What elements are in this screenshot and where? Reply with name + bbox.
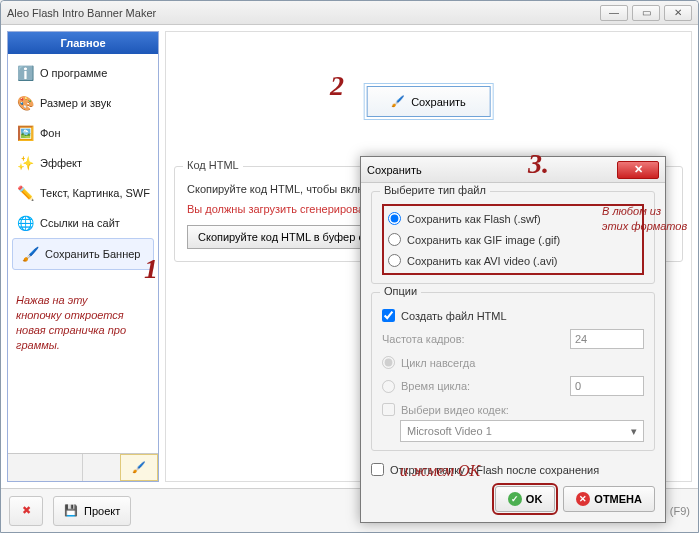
- loop-time-row: Время цикла: ▲▼: [382, 373, 644, 399]
- footer-cell[interactable]: [82, 454, 120, 481]
- close-button[interactable]: ✕: [664, 5, 692, 21]
- save-button-label: Сохранить: [411, 96, 466, 108]
- sidebar-item-links[interactable]: 🌐Ссылки на сайт: [8, 208, 158, 238]
- dialog-titlebar: Сохранить ✕: [361, 157, 665, 183]
- dialog-close-button[interactable]: ✕: [617, 161, 659, 179]
- copy-html-button[interactable]: Скопируйте код HTML в буфер обм: [187, 225, 389, 249]
- minimize-button[interactable]: —: [600, 5, 628, 21]
- sidebar-item-label: Текст, Картинка, SWF: [40, 187, 150, 199]
- sidebar-item-about[interactable]: ℹ️О программе: [8, 58, 158, 88]
- fps-input[interactable]: [571, 330, 699, 348]
- radio-gif[interactable]: Сохранить как GIF image (.gif): [388, 229, 638, 250]
- dialog-title: Сохранить: [367, 164, 422, 176]
- info-icon: ℹ️: [16, 64, 34, 82]
- sidebar-item-label: Фон: [40, 127, 61, 139]
- save-dialog: Сохранить ✕ Выберите тип файл Сохранить …: [360, 156, 666, 523]
- file-type-group: Выберите тип файл Сохранить как Flash (.…: [371, 191, 655, 284]
- brush-icon: 🖌️: [391, 95, 405, 108]
- palette-icon: 🎨: [16, 94, 34, 112]
- titlebar: Aleo Flash Intro Banner Maker — ▭ ✕: [1, 1, 698, 25]
- window-title: Aleo Flash Intro Banner Maker: [7, 7, 156, 19]
- sidebar: Главное ℹ️О программе 🎨Размер и звук 🖼️Ф…: [7, 31, 159, 482]
- chevron-down-icon: ▾: [631, 425, 637, 438]
- options-title: Опции: [380, 285, 421, 297]
- group-title: Код HTML: [183, 159, 243, 171]
- picture-icon: 🖼️: [16, 124, 34, 142]
- sidebar-footer: 🖌️: [8, 453, 158, 481]
- cancel-icon: ✕: [576, 492, 590, 506]
- stop-button[interactable]: ✖: [9, 496, 43, 526]
- fps-label: Частота кадров:: [382, 333, 465, 345]
- project-label: Проект: [84, 505, 120, 517]
- f9-hint: (F9): [670, 505, 690, 517]
- sidebar-item-save-banner[interactable]: 🖌️Сохранить Баннер: [12, 238, 154, 270]
- floppy-icon: 💾: [64, 504, 78, 517]
- sidebar-item-text-img-swf[interactable]: ✏️Текст, Картинка, SWF: [8, 178, 158, 208]
- sparkle-icon: ✨: [16, 154, 34, 172]
- codec-checkbox[interactable]: Выбери видео кодек:: [382, 399, 644, 420]
- sidebar-item-label: Размер и звук: [40, 97, 111, 109]
- loop-time-radio[interactable]: Время цикла:: [382, 380, 470, 393]
- fps-row: Частота кадров: ▲▼: [382, 326, 644, 352]
- sidebar-item-label: Эффект: [40, 157, 82, 169]
- radio-avi[interactable]: Сохранить как AVI video (.avi): [388, 250, 638, 271]
- stop-icon: ✖: [22, 504, 31, 517]
- pencil-icon: ✏️: [16, 184, 34, 202]
- brush-icon: 🖌️: [132, 461, 146, 474]
- radio-swf[interactable]: Сохранить как Flash (.swf): [388, 208, 638, 229]
- sidebar-item-label: О программе: [40, 67, 107, 79]
- brush-icon: 🖌️: [21, 245, 39, 263]
- create-html-checkbox[interactable]: Создать файл HTML: [382, 305, 644, 326]
- sidebar-item-background[interactable]: 🖼️Фон: [8, 118, 158, 148]
- sidebar-header: Главное: [8, 32, 158, 54]
- file-type-highlight: Сохранить как Flash (.swf) Сохранить как…: [382, 204, 644, 275]
- sidebar-item-effect[interactable]: ✨Эффект: [8, 148, 158, 178]
- check-icon: ✓: [508, 492, 522, 506]
- loop-time-input[interactable]: [571, 377, 699, 395]
- open-folder-checkbox[interactable]: Открыть папку с Flash после сохранения: [371, 459, 655, 480]
- dialog-footer: ✓OK ✕ОТМЕНА: [371, 480, 655, 512]
- file-type-title: Выберите тип файл: [380, 184, 490, 196]
- fps-spinner[interactable]: ▲▼: [570, 329, 644, 349]
- save-button[interactable]: 🖌️ Сохранить: [366, 86, 491, 117]
- codec-combo[interactable]: Microsoft Video 1▾: [400, 420, 644, 442]
- sidebar-item-label: Сохранить Баннер: [45, 248, 140, 260]
- sidebar-item-size-sound[interactable]: 🎨Размер и звук: [8, 88, 158, 118]
- globe-icon: 🌐: [16, 214, 34, 232]
- cancel-button[interactable]: ✕ОТМЕНА: [563, 486, 655, 512]
- project-button[interactable]: 💾Проект: [53, 496, 131, 526]
- loop-time-spinner[interactable]: ▲▼: [570, 376, 644, 396]
- ok-button[interactable]: ✓OK: [495, 486, 556, 512]
- maximize-button[interactable]: ▭: [632, 5, 660, 21]
- loop-forever-radio[interactable]: Цикл навсегда: [382, 352, 644, 373]
- footer-cell-active[interactable]: 🖌️: [120, 454, 158, 481]
- sidebar-item-label: Ссылки на сайт: [40, 217, 120, 229]
- options-group: Опции Создать файл HTML Частота кадров: …: [371, 292, 655, 451]
- window-controls: — ▭ ✕: [600, 5, 692, 21]
